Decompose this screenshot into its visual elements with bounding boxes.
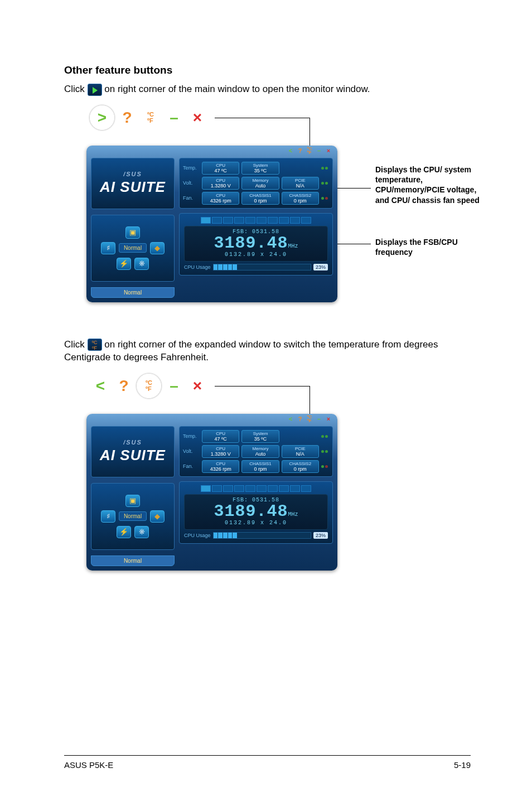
minimize-icon[interactable] [163,107,185,128]
minimize-icon[interactable] [163,375,185,397]
status-bar: Normal [91,287,175,298]
h: CPU [216,446,225,451]
leader-line [215,118,309,118]
help-icon-small[interactable]: ? [296,415,304,423]
leader-line [337,244,371,244]
v: 35 ºC [254,436,267,442]
mode-fan-icon[interactable]: ❋ [134,526,149,538]
temp-label: Temp. [183,433,200,439]
pcie-volt-cell: PCIEN/A [282,445,319,458]
ai-suite-window-2: < ? ºCºF – × /SUS AI SUITE ▣ ♯ Normal ◆ [86,414,337,571]
freq-tab[interactable] [268,217,278,224]
freq-tab[interactable] [234,485,244,492]
mode-monitor-icon[interactable]: ▣ [125,495,140,507]
freq-tab[interactable] [212,485,222,492]
expand-button-circled[interactable] [90,105,114,130]
status-bar: Normal [91,555,175,566]
freq-tab[interactable] [245,485,255,492]
freq-tab[interactable] [201,485,211,492]
volt-status-dots [321,182,329,185]
mode-oc-icon[interactable]: ◆ [150,242,165,254]
temp-unit-button-circled[interactable]: ºCºF [137,374,161,398]
cpu-fan-cell: CPU4326 rpm [202,192,239,205]
freq-tab[interactable] [245,217,255,224]
freq-tab[interactable] [290,217,300,224]
mode-tune-icon[interactable]: ♯ [101,242,115,254]
freq-tab[interactable] [268,485,278,492]
help-icon-small[interactable]: ? [296,147,304,154]
mode-fan-icon[interactable]: ❋ [134,258,149,270]
frequency-panel: FSB: 0531.58 3189.48MHz 0132.89 x 24.0 C… [179,481,333,544]
cpu-temp-head: CPU [216,163,225,168]
sys-temp-val: 35 ºC [254,168,267,173]
cpu-usage-pct: 23% [313,264,328,270]
freq-tab[interactable] [223,217,233,224]
leader-line [337,188,371,189]
freq-tab[interactable] [201,217,211,224]
dots [321,465,329,468]
v: Auto [255,451,266,457]
figure-2: ºCºF < ? ºCºF – × /SUS AI SUITE ▣ ♯ [86,373,471,584]
dots [321,435,329,438]
freq-tab[interactable] [279,485,289,492]
mode-oc-icon[interactable]: ◆ [150,510,165,523]
collapse-icon-small[interactable]: < [286,415,295,423]
freq-tab[interactable] [301,217,311,224]
collapse-icon[interactable] [90,375,111,397]
temp-row: Temp. CPU47 ºC System35 ºC .. [183,162,329,175]
section-heading: Other feature buttons [64,64,471,76]
freq-tab[interactable] [257,217,267,224]
freq-tab[interactable] [212,217,222,224]
mode-current-label: Normal [119,511,147,521]
close-icon[interactable] [187,107,208,128]
intro-paragraph-1: Click on right corner of the main window… [64,83,471,96]
h: CHASSIS2 [289,461,312,466]
temp-unit-icon-small[interactable]: ºCºF [305,147,314,154]
sys-temp-cell: System35 ºC [241,430,279,443]
close-icon-small[interactable]: × [324,415,333,423]
help-icon[interactable] [113,375,134,397]
mode-monitor-icon[interactable]: ▣ [125,226,140,239]
freq-tab[interactable] [301,485,311,492]
lcd-display: FSB: 0531.58 3189.48MHz 0132.89 x 24.0 [184,494,328,530]
help-icon[interactable] [117,107,138,128]
mode-power-icon[interactable]: ⚡ [117,526,131,538]
freq-tab[interactable] [234,217,244,224]
mem-volt-val: Auto [255,183,266,189]
mode-power-icon[interactable]: ⚡ [117,258,131,270]
cpu-temp-val: 47 ºC [215,168,227,173]
footer-right: 5-19 [454,760,471,770]
cpu-usage-bar [213,532,311,539]
close-icon[interactable] [187,375,208,397]
mode-tune-icon[interactable]: ♯ [101,510,115,523]
ch2-fan-head: CHASSIS2 [289,193,312,198]
mode-selector-panel: ▣ ♯ Normal ◆ ⚡ ❋ [91,215,175,282]
ch1-fan-cell: CHASSIS10 rpm [241,192,279,205]
cpu-fan-head: CPU [216,193,225,198]
freq-tab[interactable] [279,217,289,224]
ai-suite-window: < ? ºCºF – × /SUS AI SUITE ▣ ♯ Normal [86,146,337,302]
minimize-icon-small[interactable]: – [315,415,323,423]
close-icon-small[interactable]: × [324,147,333,154]
v: 0 rpm [254,466,267,472]
volt-label: Volt. [183,448,200,454]
collapse-icon[interactable]: < [286,147,295,154]
freq-tab[interactable] [290,485,300,492]
temp-unit-icon-small[interactable]: ºCºF [305,415,314,423]
freq-tab[interactable] [223,485,233,492]
freq-tab[interactable] [257,485,267,492]
v: 0 rpm [294,466,307,472]
fan-row: Fan. CPU4326 rpm CHASSIS10 rpm CHASSIS20… [183,192,329,205]
freq-sub: 0132.89 x 24.0 [189,520,323,526]
suite-text: AI SUITE [100,447,166,464]
readings-panel: Temp. CPU47 ºC System35 ºC .. Volt. CPU1… [179,426,333,477]
window-controls: < ? ºCºF – × [286,415,333,423]
ch2-fan-val: 0 rpm [294,198,307,204]
h: Memory [253,446,269,451]
v: 47 ºC [215,436,227,442]
temp-unit-icon[interactable]: ºCºF [140,107,161,128]
minimize-icon-small[interactable]: – [315,147,323,154]
cpu-fan-val: 4326 rpm [210,198,231,204]
h: CHASSIS1 [249,461,272,466]
h: CPU [216,461,225,466]
